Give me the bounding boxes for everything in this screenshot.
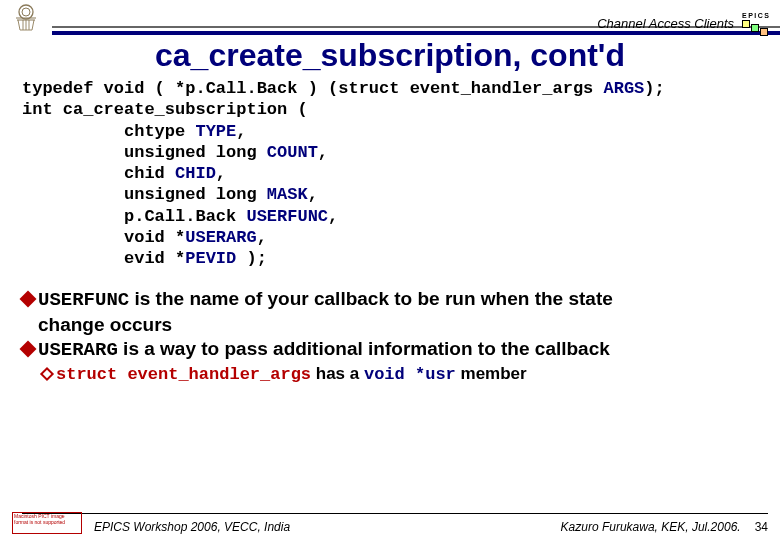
svg-point-1: [22, 8, 30, 16]
bullet-item: USERARG is a way to pass additional info…: [22, 337, 758, 363]
epics-block-icon: [742, 20, 750, 28]
channel-label: Channel Access Clients: [597, 16, 734, 31]
epics-block-icon: [751, 24, 759, 32]
diamond-outline-icon: [40, 366, 54, 380]
footer-right-text: Kazuro Furukawa, KEK, Jul.2006.34: [561, 520, 768, 534]
slide-title: ca_create_subscription, cont'd: [0, 37, 780, 74]
slide-footer: Macintosh PICT image format is not suppo…: [0, 512, 780, 534]
code-block: typedef void ( *p.Call.Back ) (struct ev…: [0, 78, 780, 269]
bullet-item: USERFUNC is the name of your callback to…: [22, 287, 758, 313]
bullet-text: change occurs: [38, 313, 172, 337]
page-number: 34: [755, 520, 768, 534]
epics-text: EPICS: [742, 12, 771, 19]
slide-header: Channel Access Clients EPICS: [0, 0, 780, 34]
bullet-text: is the name of your callback to be run w…: [129, 288, 613, 309]
sub-text: has a: [311, 364, 364, 383]
epics-logo: EPICS: [742, 12, 772, 34]
epics-block-icon: [760, 28, 768, 36]
sub-bullet-item: struct event_handler_args has a void *us…: [42, 363, 758, 385]
svg-point-0: [19, 5, 33, 19]
bullet-code: USERARG: [38, 339, 118, 361]
emblem-icon: [6, 1, 46, 33]
bullet-text: is a way to pass additional information …: [118, 338, 610, 359]
sub-text: member: [456, 364, 527, 383]
header-right: Channel Access Clients EPICS: [46, 0, 772, 34]
sub-code: struct event_handler_args: [56, 365, 311, 384]
bullet-code: USERFUNC: [38, 289, 129, 311]
content-section: USERFUNC is the name of your callback to…: [0, 269, 780, 385]
error-box: Macintosh PICT image format is not suppo…: [12, 512, 82, 534]
bullet-continuation: change occurs: [22, 313, 758, 337]
footer-left-text: EPICS Workshop 2006, VECC, India: [94, 520, 561, 534]
diamond-bullet-icon: [20, 340, 37, 357]
diamond-bullet-icon: [20, 291, 37, 308]
sub-code: void *usr: [364, 365, 456, 384]
